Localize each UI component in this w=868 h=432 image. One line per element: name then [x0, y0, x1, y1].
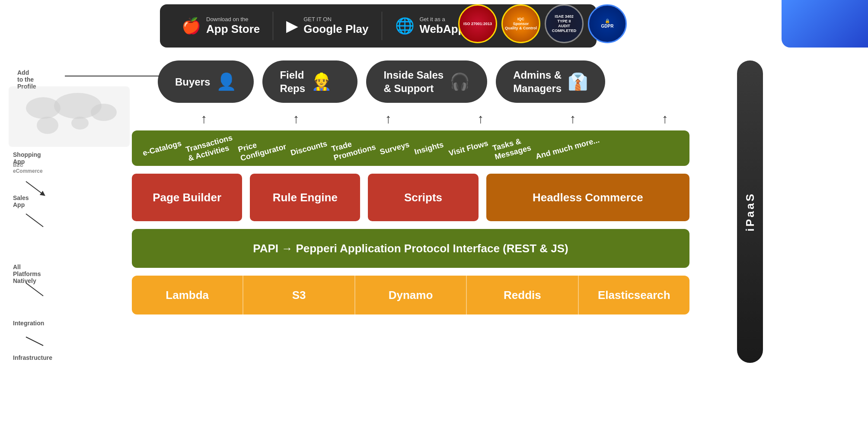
- persona-admins: Admins &Managers 👔: [496, 60, 605, 103]
- isae-badge: ISAE 3402TYPE IIAUDIT COMPLETED: [545, 4, 584, 43]
- feature-transactions: Transactions& Activities: [185, 133, 236, 163]
- certification-badges: ISO 27001:2013 IQCSponsorQuality & Contr…: [458, 4, 627, 43]
- arrow-graphic-1: [22, 179, 48, 197]
- googleplay-small-label: GET IT ON: [303, 16, 368, 22]
- headless-commerce-label: Headless Commerce: [533, 191, 643, 204]
- persona-buyers-icon: 👤: [216, 72, 236, 91]
- page-builder-box: Page Builder: [132, 174, 242, 221]
- feature-discounts: Discounts: [290, 139, 328, 158]
- arrows-row: ↑ ↑ ↑ ↑ ↑ ↑: [158, 111, 711, 126]
- ipaas-label: iPaaS: [744, 192, 757, 232]
- feature-price: PriceConfigurator: [237, 133, 287, 163]
- feature-tasks: Tasks &Messages: [491, 135, 532, 162]
- papi-label: PAPI → Pepperi Application Protocol Inte…: [253, 242, 568, 255]
- ann-shopping-sub: B2C eCommerce: [13, 162, 43, 174]
- feature-trade: TradePromotions: [330, 134, 377, 162]
- appstore-big-label: App Store: [206, 22, 260, 36]
- scripts-label: Scripts: [404, 191, 442, 204]
- middle-row: Page Builder Rule Engine Scripts Headles…: [132, 174, 689, 221]
- arrow-graphic-3: [22, 281, 48, 298]
- map-svg: [9, 86, 130, 147]
- lambda-row: Lambda S3 Dynamo Reddis Elasticsearch: [132, 276, 689, 314]
- svg-point-4: [37, 117, 58, 134]
- personas-row: Buyers 👤 FieldReps 👷 Inside Sales& Suppo…: [158, 60, 728, 103]
- ann-infrastructure: Infrastructure: [13, 354, 52, 361]
- feature-visitflows: Visit Flows: [448, 139, 489, 158]
- arrow-2: ↑: [293, 111, 299, 126]
- blue-partial-element: [782, 0, 868, 48]
- features-row: e-Catalogs Transactions& Activities Pric…: [132, 130, 689, 166]
- feature-surveys: Surveys: [379, 140, 411, 156]
- googleplay-icon: ▶: [286, 17, 298, 35]
- ann-sales-app: Sales App: [13, 194, 29, 208]
- s3-label: S3: [292, 289, 306, 302]
- iqa-badge: IQCSponsorQuality & Control: [501, 4, 540, 43]
- persona-fieldreps-label: FieldReps: [280, 68, 305, 95]
- main-content-area: Buyers 👤 FieldReps 👷 Inside Sales& Suppo…: [132, 60, 728, 314]
- appstore-small-label: Download on the: [206, 16, 260, 22]
- elasticsearch-label: Elasticsearch: [598, 289, 670, 302]
- ipaas-sidebar: iPaaS: [737, 60, 763, 363]
- googleplay-button[interactable]: ▶ GET IT ON Google Play: [273, 12, 382, 40]
- arrow-1: ↑: [201, 111, 207, 126]
- persona-insidesales-label: Inside Sales& Support: [383, 68, 444, 95]
- elasticsearch-item: Elasticsearch: [579, 276, 689, 314]
- appstore-button[interactable]: 🍎 Download on the App Store: [169, 12, 273, 40]
- rule-engine-label: Rule Engine: [273, 191, 338, 204]
- iso-badge: ISO 27001:2013: [458, 4, 497, 43]
- googleplay-big-label: Google Play: [303, 22, 368, 36]
- world-map-graphic: [9, 86, 130, 147]
- ann-integration: Integration: [13, 320, 44, 327]
- persona-fieldreps-icon: 👷: [311, 72, 332, 91]
- lambda-item: Lambda: [132, 276, 243, 314]
- arrow-4: ↑: [477, 111, 484, 126]
- gdpr-badge: 🔒GDPR: [588, 4, 627, 43]
- apple-icon: 🍎: [182, 17, 201, 35]
- persona-buyers-label: Buyers: [175, 75, 210, 89]
- persona-field-reps: FieldReps 👷: [262, 60, 357, 103]
- scripts-box: Scripts: [368, 174, 478, 221]
- reddis-label: Reddis: [504, 289, 541, 302]
- feature-ecatalogs: e-Catalogs: [142, 139, 182, 158]
- papi-row: PAPI → Pepperi Application Protocol Inte…: [132, 229, 689, 268]
- svg-point-3: [91, 104, 117, 121]
- persona-admins-icon: 👔: [568, 72, 588, 91]
- persona-insidesales-icon: 🎧: [450, 72, 470, 91]
- page-builder-label: Page Builder: [153, 191, 221, 204]
- dynamo-item: Dynamo: [355, 276, 467, 314]
- reddis-item: Reddis: [467, 276, 578, 314]
- arrow-graphic-4: [22, 335, 48, 348]
- svg-point-5: [71, 117, 89, 130]
- persona-admins-label: Admins &Managers: [513, 68, 562, 95]
- arrow-6: ↑: [662, 111, 668, 126]
- arrow-3: ↑: [385, 111, 392, 126]
- globe-icon: 🌐: [395, 17, 415, 35]
- rule-engine-box: Rule Engine: [250, 174, 360, 221]
- persona-buyers: Buyers 👤: [158, 60, 254, 103]
- headless-commerce-box: Headless Commerce: [486, 174, 689, 221]
- feature-insights: Insights: [414, 140, 445, 156]
- arrow-graphic-2: [22, 212, 48, 229]
- arrow-5: ↑: [569, 111, 576, 126]
- persona-inside-sales: Inside Sales& Support 🎧: [366, 60, 487, 103]
- deco-line-top: [65, 76, 160, 76]
- dynamo-label: Dynamo: [389, 289, 433, 302]
- s3-item: S3: [243, 276, 355, 314]
- feature-more: And much more...: [535, 136, 600, 162]
- lambda-label: Lambda: [166, 289, 209, 302]
